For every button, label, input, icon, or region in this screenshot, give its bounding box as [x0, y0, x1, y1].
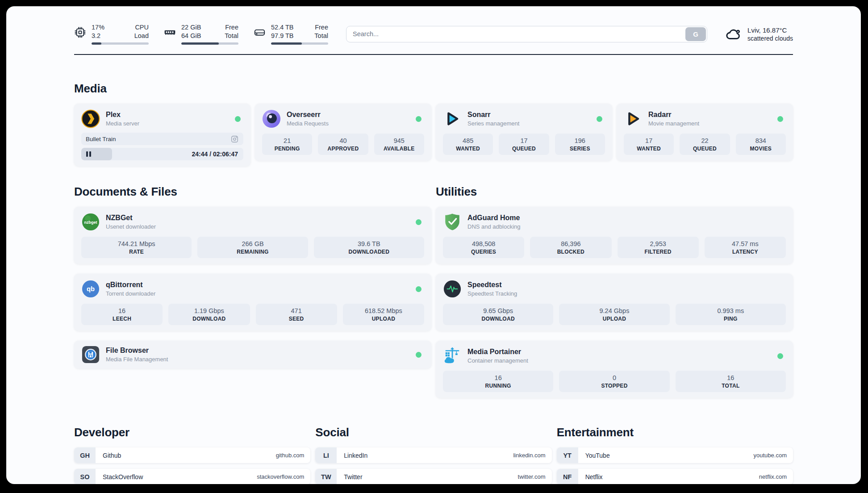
stats-row: 16LEECH1.19 GbpsDOWNLOAD471SEED618.52 Mb…: [81, 304, 424, 325]
stat-value: 1.19 Gbps: [170, 307, 248, 314]
stat-box: 16RUNNING: [443, 371, 553, 392]
monitor-values: 22 GiB64 GiB: [181, 23, 201, 40]
stat-box: 0.993 msPING: [676, 304, 786, 325]
stat-box: 834MOVIES: [736, 134, 786, 155]
bookmark-linkedin[interactable]: LILinkedInlinkedin.com: [315, 447, 551, 463]
monitor-value: 97.9 TB: [271, 32, 294, 40]
bookmark-github[interactable]: GHGithubgithub.com: [74, 447, 310, 463]
monitor-value: 22 GiB: [181, 23, 201, 32]
app-subtitle: Media File Management: [106, 356, 410, 363]
filebrowser-card[interactable]: File BrowserMedia File Management: [74, 341, 431, 368]
stat-box: 1.19 GbpsDOWNLOAD: [168, 304, 250, 325]
stat-label: BLOCKED: [532, 249, 609, 255]
bookmark-netflix[interactable]: NFNetflixnetflix.com: [557, 469, 793, 484]
bookmark-twitter[interactable]: TWTwittertwitter.com: [315, 469, 551, 484]
stats-row: 21PENDING40APPROVED945AVAILABLE: [262, 134, 424, 155]
stat-box: 485WANTED: [443, 134, 493, 155]
app-title: NZBGet: [106, 214, 410, 222]
monitor-label: Free: [314, 23, 328, 32]
stat-value: 744.21 Mbps: [83, 240, 190, 247]
app-subtitle: Media server: [106, 120, 229, 127]
search-engine-button[interactable]: G: [685, 27, 706, 41]
stat-box: 17QUEUED: [499, 134, 549, 155]
status-online-dot: [777, 116, 783, 122]
adguard-icon: [443, 213, 462, 231]
status-online-dot: [597, 116, 602, 122]
overseerr-card[interactable]: OverseerrMedia Requests21PENDING40APPROV…: [255, 104, 431, 161]
card-grid: PlexMedia serverBullet Train24:44 / 02:0…: [74, 104, 793, 166]
bookmark-abbr: YT: [557, 447, 578, 463]
stat-value: 485: [445, 137, 491, 144]
stat-box: 47.57 msLATENCY: [705, 237, 786, 258]
app-title: AdGuard Home: [467, 214, 786, 222]
ram-icon: [164, 23, 176, 38]
section-utilities: UtilitiesAdGuard HomeDNS and adblocking4…: [436, 185, 793, 398]
qbittorrent-card[interactable]: qbqBittorrentTorrent downloader16LEECH1.…: [74, 274, 431, 331]
monitor-value: 52.4 TB: [271, 23, 294, 32]
bookmark-youtube[interactable]: YTYouTubeyoutube.com: [557, 447, 793, 463]
camera-icon: [230, 135, 239, 143]
monitor-value: 64 GiB: [181, 32, 201, 40]
stat-value: 0: [561, 374, 668, 381]
bookmark-abbr: GH: [74, 447, 96, 463]
pause-icon[interactable]: [86, 151, 91, 157]
stat-label: LEECH: [83, 316, 161, 322]
top-bar: 17%3.2CPULoad22 GiB64 GiBFreeTotal52.4 T…: [74, 21, 793, 47]
monitor-label: CPU: [134, 23, 149, 32]
stat-value: 618.52 Mbps: [345, 307, 422, 314]
monitor-label: Load: [134, 32, 149, 40]
monitor-body: 52.4 TB97.9 TBFreeTotal: [271, 23, 328, 45]
playback-progress-bar[interactable]: 24:44 / 02:06:47: [81, 148, 243, 160]
weather-condition: scattered clouds: [747, 35, 793, 42]
stat-value: 16: [83, 307, 161, 314]
radarr-icon: [624, 109, 643, 128]
stat-label: TOTAL: [677, 383, 784, 389]
app-info: OverseerrMedia Requests: [287, 111, 410, 127]
now-playing-title: Bullet Train: [86, 136, 227, 142]
stat-box: 0STOPPED: [559, 371, 669, 392]
bookmark-stackoverflow[interactable]: SOStackOverflowstackoverflow.com: [74, 469, 310, 484]
adguard-card[interactable]: AdGuard HomeDNS and adblocking498,508QUE…: [436, 207, 793, 264]
bookmark-name: Github: [96, 452, 276, 459]
section-title: Media: [74, 82, 793, 96]
nzbget-card[interactable]: nzbgetNZBGetUsenet downloader744.21 Mbps…: [74, 207, 431, 264]
app-header: nzbgetNZBGetUsenet downloader: [81, 213, 424, 231]
stat-value: 16: [677, 374, 784, 381]
bookmark-name: LinkedIn: [337, 452, 513, 459]
bookmark-section-social: SocialLILinkedInlinkedin.comTWTwittertwi…: [315, 426, 551, 484]
speedtest-card[interactable]: SpeedtestSpeedtest Tracking9.65 GbpsDOWN…: [436, 274, 793, 331]
qbittorrent-icon: qb: [81, 280, 100, 298]
stat-box: 9.65 GbpsDOWNLOAD: [443, 304, 553, 325]
middle-columns: Documents & FilesnzbgetNZBGetUsenet down…: [74, 185, 793, 398]
app-subtitle: DNS and adblocking: [467, 223, 786, 230]
app-header: SonarrSeries management: [443, 109, 605, 128]
app-subtitle: Series management: [467, 120, 591, 127]
app-title: Media Portainer: [467, 348, 772, 356]
stat-label: PENDING: [264, 146, 310, 152]
monitor-labels: FreeTotal: [225, 23, 238, 40]
memory-monitor: 22 GiB64 GiBFreeTotal: [164, 23, 238, 45]
portainer-card[interactable]: Media PortainerContainer management16RUN…: [436, 341, 793, 398]
stat-value: 22: [681, 137, 728, 144]
stat-label: LATENCY: [706, 249, 784, 255]
app-info: qBittorrentTorrent downloader: [106, 281, 410, 297]
stat-label: PING: [677, 316, 784, 322]
cpu-icon: [74, 23, 86, 38]
radarr-card[interactable]: RadarrMovie management17WANTED22QUEUED83…: [617, 104, 793, 161]
stat-label: UPLOAD: [345, 316, 422, 322]
bookmark-abbr: SO: [74, 469, 96, 484]
plex-card[interactable]: PlexMedia serverBullet Train24:44 / 02:0…: [74, 104, 250, 166]
app-info: PlexMedia server: [106, 111, 229, 127]
stat-box: 744.21 MbpsRATE: [81, 237, 192, 258]
sonarr-card[interactable]: SonarrSeries management485WANTED17QUEUED…: [436, 104, 612, 161]
stat-label: DOWNLOAD: [445, 316, 551, 322]
stat-label: QUEUED: [501, 146, 547, 152]
bookmark-url: youtube.com: [754, 452, 793, 459]
monitor-values: 17%3.2: [92, 23, 104, 40]
filebrowser-icon: [81, 345, 100, 364]
stat-box: 266 GBREMAINING: [197, 237, 308, 258]
search-input[interactable]: [346, 26, 707, 42]
stat-value: 471: [258, 307, 335, 314]
playback-time: 24:44 / 02:06:47: [192, 150, 238, 158]
sonarr-icon: [443, 109, 462, 128]
